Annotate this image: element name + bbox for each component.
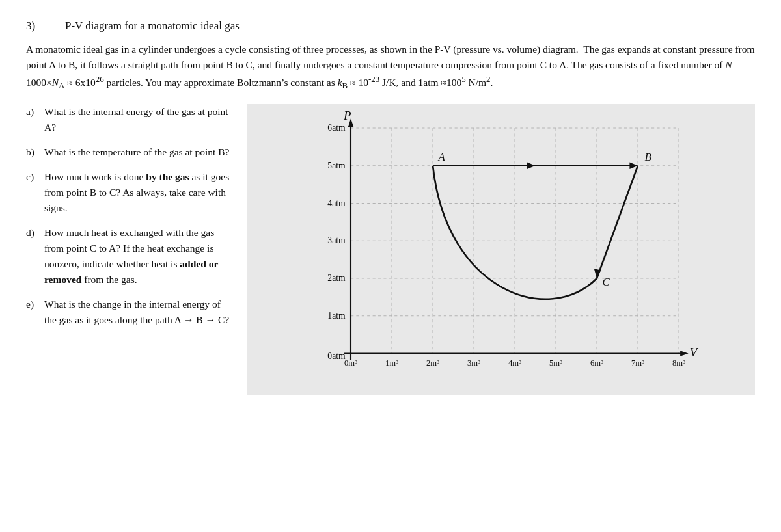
q-label-d: d)	[26, 225, 40, 287]
svg-text:2m³: 2m³	[426, 359, 439, 368]
svg-text:3atm: 3atm	[327, 236, 346, 246]
questions-panel: a) What is the internal energy of the ga…	[26, 104, 234, 337]
svg-text:1atm: 1atm	[327, 311, 346, 321]
q-text-b: What is the temperature of the gas at po…	[44, 144, 230, 160]
svg-text:6atm: 6atm	[327, 123, 346, 133]
question-c: c) How much work is done by the gas as i…	[26, 169, 234, 216]
diagram-area: P V 6atm 5atm 4atm 3atm 2atm 1atm 0atm	[247, 104, 755, 395]
q-text-e: What is the change in the internal energ…	[44, 297, 234, 328]
svg-text:0atm: 0atm	[327, 351, 346, 361]
question-b: b) What is the temperature of the gas at…	[26, 144, 234, 160]
svg-text:0m³: 0m³	[344, 359, 357, 368]
q-text-c: How much work is done by the gas as it g…	[44, 169, 234, 216]
question-e: e) What is the change in the internal en…	[26, 297, 234, 328]
intro-paragraph: A monatomic ideal gas in a cylinder unde…	[26, 42, 755, 92]
problem-title: P-V diagram for a monatomic ideal gas	[65, 20, 240, 33]
svg-text:B: B	[645, 152, 651, 164]
q-label-c: c)	[26, 169, 40, 216]
svg-text:P: P	[343, 109, 351, 123]
question-a: a) What is the internal energy of the ga…	[26, 104, 234, 135]
svg-text:A: A	[437, 152, 445, 164]
q-label-b: b)	[26, 144, 40, 160]
svg-text:8m³: 8m³	[672, 359, 685, 368]
svg-rect-0	[310, 114, 692, 388]
svg-text:3m³: 3m³	[467, 359, 480, 368]
q-text-a: What is the internal energy of the gas a…	[44, 104, 234, 135]
svg-text:6m³: 6m³	[590, 359, 603, 368]
q-text-d: How much heat is exchanged with the gas …	[44, 225, 234, 287]
svg-text:4m³: 4m³	[508, 359, 521, 368]
pv-diagram-container: P V 6atm 5atm 4atm 3atm 2atm 1atm 0atm	[258, 114, 745, 388]
q-label-a: a)	[26, 104, 40, 135]
question-d: d) How much heat is exchanged with the g…	[26, 225, 234, 287]
main-content: a) What is the internal energy of the ga…	[26, 104, 755, 395]
pv-diagram-svg: P V 6atm 5atm 4atm 3atm 2atm 1atm 0atm	[258, 114, 745, 388]
svg-text:1m³: 1m³	[385, 359, 398, 368]
svg-text:4atm: 4atm	[327, 198, 346, 208]
svg-text:5atm: 5atm	[327, 161, 346, 170]
svg-text:5m³: 5m³	[549, 359, 562, 368]
svg-text:V: V	[690, 345, 699, 359]
svg-text:C: C	[602, 276, 610, 288]
problem-header: 3) P-V diagram for a monatomic ideal gas	[26, 20, 755, 33]
q-label-e: e)	[26, 297, 40, 328]
problem-number: 3)	[26, 20, 65, 33]
svg-text:7m³: 7m³	[631, 359, 644, 368]
svg-text:2atm: 2atm	[327, 273, 346, 283]
